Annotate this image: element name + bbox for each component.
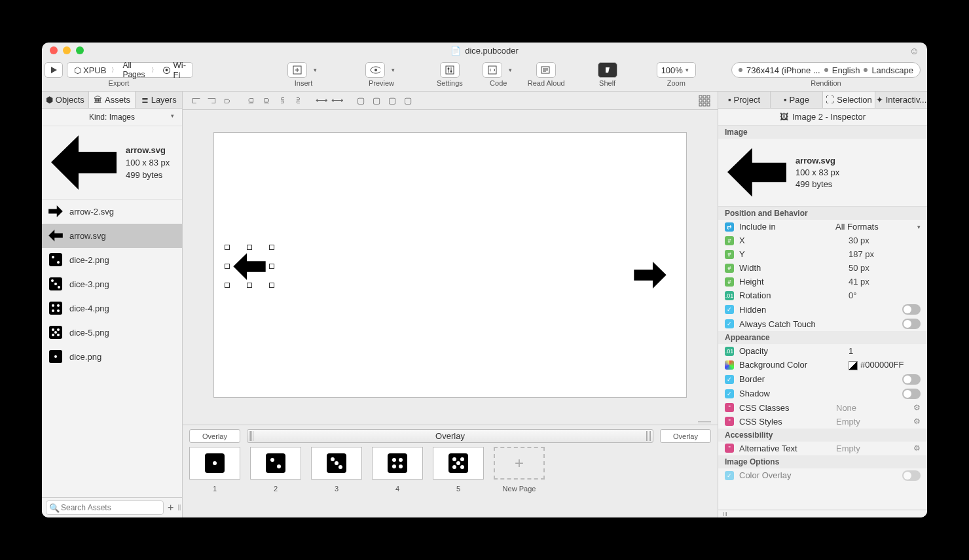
prop-opacity[interactable]: .01Opacity1 [718, 344, 927, 358]
overlay-segment[interactable]: Overlay [189, 429, 240, 443]
page-thumb[interactable] [250, 447, 301, 480]
arrange-button[interactable]: ▢ [386, 94, 399, 107]
grid-icon[interactable] [698, 94, 711, 107]
dot-icon [824, 68, 828, 72]
minimize-icon[interactable] [63, 46, 71, 54]
page-thumb[interactable] [372, 447, 423, 480]
settings-button[interactable] [440, 62, 460, 78]
toggle-off[interactable] [902, 470, 921, 481]
chevron-down-icon[interactable]: ▾ [506, 67, 515, 73]
prop-y[interactable]: #Y187 px [718, 247, 927, 261]
export-breadcrumb[interactable]: ⬡XPUB 〉 All Pages 〉 ⦿Wi-Fi [67, 62, 193, 78]
align-middle-button[interactable]: ⫒ [260, 94, 273, 107]
svg-point-16 [52, 304, 54, 307]
tab-selection[interactable]: ⛶Selection [823, 92, 875, 108]
arrange-button[interactable]: ▢ [401, 94, 414, 107]
toggle-off[interactable] [902, 389, 921, 399]
align-center-button[interactable]: ⫎ [205, 94, 218, 107]
right-tabs: ▪Project ▪Page ⛶Selection ✦Interactiv... [718, 92, 927, 109]
list-item[interactable]: dice-5.png [42, 321, 182, 345]
align-bottom-button[interactable]: ⫓ [276, 94, 289, 107]
fit-height-button[interactable]: ⟷ [331, 94, 344, 107]
tab-objects[interactable]: ⬢Objects [42, 92, 89, 108]
tab-interactivity[interactable]: ✦Interactiv... [875, 92, 927, 108]
overlay-segment[interactable]: Overlay [660, 429, 711, 443]
list-item[interactable]: dice-2.png [42, 248, 182, 272]
list-item[interactable]: arrow.svg [42, 224, 182, 248]
rendition-label: Rendition [811, 79, 841, 87]
gear-icon[interactable]: ⚙ [913, 403, 921, 412]
inspector-panel: ▪Project ▪Page ⛶Selection ✦Interactiv...… [718, 92, 927, 517]
align-top-button[interactable]: ⫑ [244, 94, 257, 107]
toggle-off[interactable] [902, 304, 921, 315]
dice-icon [48, 301, 63, 315]
align-left-button[interactable]: ⫍ [189, 94, 202, 107]
svg-rect-36 [707, 103, 710, 106]
search-input[interactable] [46, 500, 164, 515]
prop-catch-touch[interactable]: ✓Always Catch Touch [718, 317, 927, 331]
add-asset-button[interactable]: + [168, 502, 174, 514]
prop-width[interactable]: #Width50 px [718, 261, 927, 275]
feedback-icon[interactable]: ☺ [909, 45, 919, 56]
panel-handle-icon[interactable] [723, 512, 730, 516]
page-thumb[interactable] [311, 447, 362, 480]
prop-height[interactable]: #Height41 px [718, 275, 927, 289]
page-label: 2 [274, 485, 278, 493]
selected-object[interactable] [230, 250, 269, 283]
preview-button[interactable] [365, 62, 385, 78]
tab-project[interactable]: ▪Project [718, 92, 771, 108]
tab-layers[interactable]: ≣Layers [136, 92, 182, 108]
close-icon[interactable] [50, 46, 58, 54]
toggle-off[interactable] [902, 374, 921, 385]
insert-button[interactable] [287, 62, 307, 78]
kind-filter[interactable]: Kind: Images [42, 109, 182, 126]
fit-width-button[interactable]: ⟷ [315, 94, 328, 107]
distribute-button[interactable]: ⫔ [291, 94, 304, 107]
prop-css-styles[interactable]: "CSS StylesEmpty⚙ [718, 415, 927, 429]
read-aloud-button[interactable] [536, 62, 556, 78]
shelf-button[interactable] [598, 62, 617, 78]
overlay-segment-wide[interactable]: Overlay [247, 429, 653, 443]
zoom-select[interactable]: 100%▾ [657, 62, 696, 78]
page-thumb[interactable] [433, 447, 484, 480]
page-canvas[interactable] [213, 132, 687, 398]
rendition-selector[interactable]: 736x414 (iPhone ... English Landscape [731, 62, 921, 78]
canvas-object-arrow-right[interactable] [634, 262, 667, 289]
prop-include-in[interactable]: ⇄Include inAll Formats [718, 220, 927, 234]
prop-border[interactable]: ✓Border [718, 372, 927, 387]
page-thumb[interactable] [189, 447, 240, 480]
svg-rect-32 [703, 99, 706, 102]
play-button[interactable] [45, 62, 63, 78]
arrange-button[interactable]: ▢ [354, 94, 367, 107]
svg-point-56 [460, 465, 464, 469]
canvas-viewport[interactable] [183, 110, 718, 419]
tab-page[interactable]: ▪Page [771, 92, 823, 108]
panel-handle-icon[interactable]: ⦀ [177, 502, 181, 513]
prop-shadow[interactable]: ✓Shadow [718, 387, 927, 401]
maximize-icon[interactable] [76, 46, 84, 54]
prop-rotation[interactable]: .01Rotation0° [718, 289, 927, 302]
list-item[interactable]: arrow-2.svg [42, 200, 182, 224]
prop-css-classes[interactable]: "CSS ClassesNone⚙ [718, 401, 927, 415]
prop-hidden[interactable]: ✓Hidden [718, 302, 927, 317]
list-item[interactable]: dice-4.png [42, 296, 182, 321]
code-button[interactable] [483, 62, 502, 78]
tab-assets[interactable]: 🏛Assets [89, 92, 136, 108]
align-right-button[interactable]: ⫐ [221, 94, 234, 107]
prop-x[interactable]: #X30 px [718, 234, 927, 247]
gear-icon[interactable]: ⚙ [913, 417, 921, 426]
new-page-button[interactable]: + [494, 447, 545, 480]
chevron-down-icon[interactable]: ▾ [389, 67, 397, 73]
resize-handle-icon[interactable] [698, 421, 711, 423]
chevron-down-icon[interactable]: ▾ [311, 67, 320, 73]
toggle-off[interactable] [902, 319, 921, 329]
prop-bgcolor[interactable]: Background Color#000000FF [718, 358, 927, 372]
list-item[interactable]: dice-3.png [42, 272, 182, 296]
prop-color-overlay[interactable]: ✓Color Overlay [718, 468, 927, 483]
arrange-button[interactable]: ▢ [370, 94, 383, 107]
prop-alt-text[interactable]: "Alternative TextEmpty⚙ [718, 442, 927, 455]
checkbox-icon: ✓ [725, 471, 734, 480]
gear-icon[interactable]: ⚙ [913, 444, 921, 453]
list-item[interactable]: dice.png [42, 345, 182, 369]
color-swatch[interactable] [849, 361, 858, 370]
